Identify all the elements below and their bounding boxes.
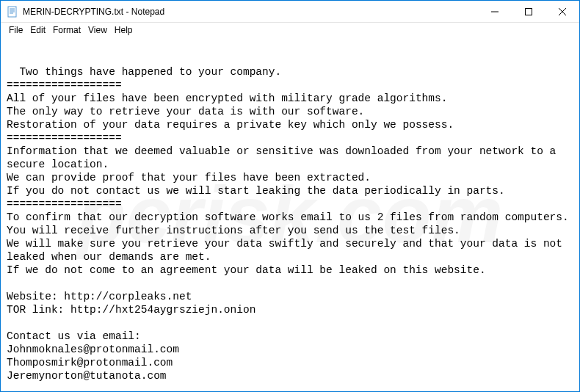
editor-content: Two things have happened to your company… bbox=[7, 66, 569, 382]
svg-rect-6 bbox=[526, 9, 532, 15]
maximize-button[interactable] bbox=[512, 1, 545, 23]
menu-help[interactable]: Help bbox=[111, 25, 137, 35]
window-title: MERIN-DECRYPTING.txt - Notepad bbox=[23, 7, 478, 17]
menu-file[interactable]: File bbox=[5, 25, 26, 35]
menu-format[interactable]: Format bbox=[49, 25, 84, 35]
notepad-icon bbox=[7, 6, 18, 18]
menu-edit[interactable]: Edit bbox=[26, 25, 49, 35]
menubar: File Edit Format View Help bbox=[1, 23, 579, 37]
text-editor[interactable]: pcrisk.com Two things have happened to y… bbox=[1, 37, 579, 391]
minimize-button[interactable] bbox=[478, 1, 512, 23]
titlebar: MERIN-DECRYPTING.txt - Notepad bbox=[1, 1, 579, 23]
menu-view[interactable]: View bbox=[84, 25, 111, 35]
window-controls bbox=[478, 1, 579, 22]
close-button[interactable] bbox=[545, 1, 579, 23]
